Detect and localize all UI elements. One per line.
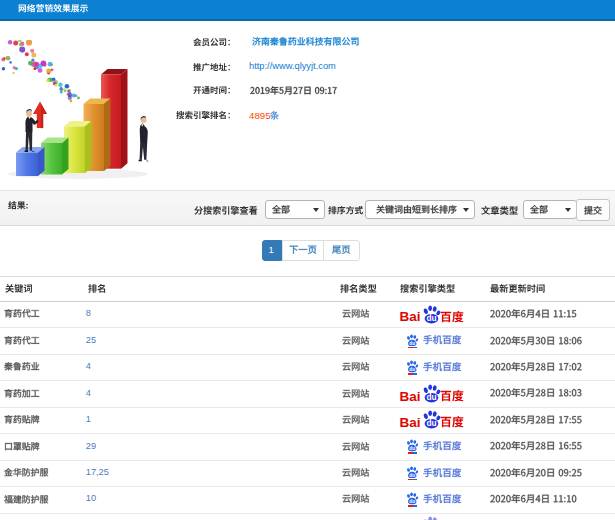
svg-text:du: du — [427, 419, 437, 429]
svg-text:du: du — [427, 392, 437, 402]
svg-text:du: du — [409, 499, 415, 504]
svg-text:du: du — [409, 473, 415, 478]
svg-text:du: du — [409, 367, 415, 372]
svg-text:du: du — [427, 313, 437, 323]
svg-text:du: du — [409, 340, 415, 345]
svg-text:du: du — [409, 446, 415, 451]
